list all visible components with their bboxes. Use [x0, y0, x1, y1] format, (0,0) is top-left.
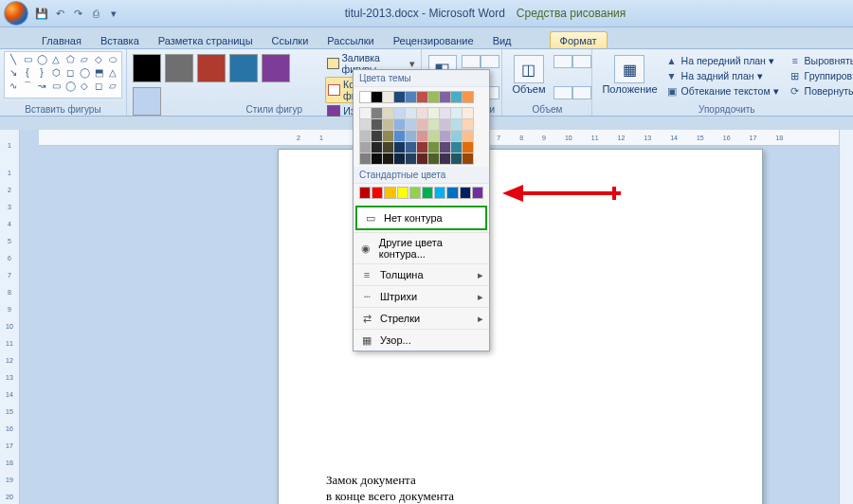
print-icon[interactable]: ⎙	[88, 6, 103, 21]
shape-item[interactable]: ⌒	[21, 81, 34, 93]
group-3d-effects: ◫ Объем Объем	[502, 49, 592, 116]
style-swatch[interactable]	[262, 54, 290, 82]
more-outline-colors-item[interactable]: ◉ Другие цвета контура...	[354, 232, 489, 263]
color-wheel-icon: ◉	[359, 242, 373, 255]
shape-item[interactable]: ◯	[35, 54, 48, 66]
shape-item[interactable]: ⬠	[64, 54, 77, 66]
shape-item[interactable]: △	[49, 54, 63, 66]
tab-references[interactable]: Ссылки	[263, 32, 318, 48]
cube-icon: ◫	[514, 55, 544, 83]
submenu-arrow-icon: ▸	[478, 269, 483, 281]
group-button[interactable]: ⊞Группиров	[787, 68, 853, 83]
doc-title: titul-2013.docx - Microsoft Word	[345, 7, 505, 20]
quick-access-toolbar: 💾 ↶ ↷ ⎙ ▾	[34, 6, 121, 21]
tab-view[interactable]: Вид	[483, 32, 521, 48]
bring-front-icon: ▲	[665, 54, 679, 67]
no-outline-item[interactable]: ▭ Нет контура	[355, 206, 487, 230]
group-label: Упорядочить	[592, 104, 853, 115]
weight-item[interactable]: ≡ Толщина ▸	[354, 263, 489, 285]
color-swatch[interactable]	[472, 187, 483, 199]
tab-page-layout[interactable]: Разметка страницы	[149, 32, 263, 48]
shape-item[interactable]: ⬒	[92, 67, 105, 80]
theme-color-shades[interactable]	[354, 107, 489, 167]
office-button[interactable]	[4, 1, 28, 26]
color-swatch[interactable]	[422, 187, 433, 199]
shape-item[interactable]: ▭	[21, 54, 34, 66]
wrap-icon: ▣	[665, 84, 679, 98]
shape-item[interactable]: ◇	[92, 54, 105, 66]
send-to-back-button[interactable]: ▼На задний план▾	[663, 68, 781, 83]
svg-marker-1	[502, 185, 523, 202]
vertical-scrollbar[interactable]	[839, 130, 853, 504]
rotate-button[interactable]: ⟳Повернуть	[787, 83, 853, 99]
shape-outline-dropdown: Цвета темы Стандартные цвета ▭ Нет конту…	[353, 69, 490, 351]
position-icon: ▦	[614, 55, 644, 83]
dashes-item[interactable]: ┄ Штрихи ▸	[354, 285, 489, 307]
tab-format[interactable]: Формат	[550, 31, 608, 48]
group-label: Вставить фигуры	[0, 104, 126, 115]
tab-mailings[interactable]: Рассылки	[318, 32, 383, 48]
bring-to-front-button[interactable]: ▲На передний план▾	[663, 53, 781, 68]
style-swatch[interactable]	[229, 54, 258, 82]
weight-icon: ≡	[359, 268, 374, 281]
color-swatch[interactable]	[462, 153, 474, 165]
shape-item[interactable]: ◻	[92, 81, 105, 93]
align-icon: ≡	[789, 54, 802, 67]
submenu-arrow-icon: ▸	[478, 313, 483, 325]
color-swatch[interactable]	[460, 187, 471, 199]
shape-item[interactable]: ╲	[7, 54, 20, 66]
color-swatch[interactable]	[462, 91, 474, 103]
align-button[interactable]: ≡Выровнять	[787, 53, 853, 68]
color-swatch[interactable]	[384, 187, 395, 199]
color-swatch[interactable]	[446, 187, 458, 199]
shape-item[interactable]: ↝	[35, 81, 48, 93]
annotation-arrow	[502, 182, 626, 205]
group-insert-shapes: ╲▭◯△⬠▱◇⬭↘{}⬡◻◯⬒△∿⌒↝▭◯◇◻▱ Вставить фигуры	[0, 49, 127, 116]
shape-item[interactable]: }	[35, 67, 48, 80]
arrows-icon: ⇄	[359, 312, 374, 325]
style-swatch[interactable]	[197, 54, 226, 82]
shape-item[interactable]: ▱	[78, 54, 91, 66]
shape-item[interactable]: ↘	[7, 67, 20, 80]
shapes-gallery[interactable]: ╲▭◯△⬠▱◇⬭↘{}⬡◻◯⬒△∿⌒↝▭◯◇◻▱	[4, 51, 122, 99]
shape-item[interactable]: ⬭	[106, 54, 119, 66]
tab-review[interactable]: Рецензирование	[384, 32, 483, 48]
shape-item[interactable]: ∿	[7, 81, 20, 93]
save-icon[interactable]: 💾	[34, 6, 49, 21]
window-title: titul-2013.docx - Microsoft Word Средств…	[121, 7, 849, 20]
rotate-icon: ⟳	[789, 84, 802, 98]
shape-item[interactable]: ◇	[78, 81, 91, 93]
text-wrapping-button[interactable]: ▣Обтекание текстом▾	[663, 83, 781, 99]
shape-item[interactable]: {	[21, 67, 34, 80]
color-swatch[interactable]	[372, 187, 383, 199]
theme-colors-row[interactable]	[354, 87, 489, 107]
tab-insert[interactable]: Вставка	[91, 32, 149, 48]
shape-item[interactable]: ◯	[78, 67, 91, 80]
style-swatch[interactable]	[165, 54, 193, 82]
theme-colors-header: Цвета темы	[354, 70, 489, 87]
shape-item[interactable]: ◻	[64, 67, 77, 80]
shape-item[interactable]: ▭	[49, 81, 63, 93]
shape-item[interactable]: ◯	[64, 81, 77, 93]
qat-more-icon[interactable]: ▾	[106, 6, 121, 21]
standard-colors-row[interactable]	[354, 184, 489, 204]
shape-item[interactable]: ▱	[106, 81, 119, 93]
arrows-item[interactable]: ⇄ Стрелки ▸	[354, 307, 489, 329]
vertical-ruler[interactable]: 1123456789101112131415161718192021222324…	[0, 130, 20, 504]
submenu-arrow-icon: ▸	[478, 291, 483, 303]
group-label: Объем	[502, 104, 591, 115]
color-swatch[interactable]	[397, 187, 408, 199]
shape-item[interactable]: △	[106, 67, 119, 80]
group-icon: ⊞	[789, 69, 802, 82]
pattern-item[interactable]: ▦ Узор...	[354, 329, 489, 351]
shape-item[interactable]: ⬡	[49, 67, 63, 80]
style-swatch[interactable]	[133, 54, 161, 82]
redo-icon[interactable]: ↷	[70, 6, 85, 21]
color-swatch[interactable]	[434, 187, 445, 199]
color-swatch[interactable]	[359, 187, 371, 199]
color-swatch[interactable]	[409, 187, 421, 199]
undo-icon[interactable]: ↶	[52, 6, 67, 21]
title-bar: 💾 ↶ ↷ ⎙ ▾ titul-2013.docx - Microsoft Wo…	[0, 0, 853, 27]
pencil-icon	[328, 84, 340, 96]
tab-home[interactable]: Главная	[32, 32, 91, 48]
